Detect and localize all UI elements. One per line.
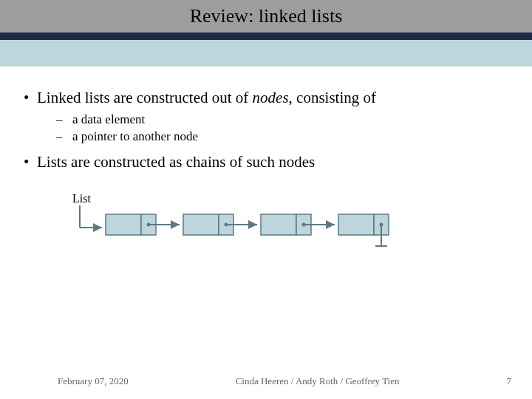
footer-authors: Cinda Heeren / Andy Roth / Geoffrey Tien xyxy=(129,375,507,387)
content-area: Linked lists are constructed out of node… xyxy=(0,66,532,260)
linked-list-diagram: List xyxy=(72,192,517,260)
bullet-level2: a pointer to another node xyxy=(72,129,517,146)
svg-rect-6 xyxy=(183,214,219,235)
svg-rect-2 xyxy=(106,214,141,235)
bullet-level2: a data element xyxy=(72,112,517,129)
bullet-level1: Lists are constructed as chains of such … xyxy=(37,153,517,171)
bullet-level1: Linked lists are constructed out of node… xyxy=(37,89,517,107)
node-2 xyxy=(183,214,257,235)
bullet-text: Linked lists are constructed out of xyxy=(37,89,253,106)
node-3 xyxy=(261,214,335,235)
linked-list-svg xyxy=(72,205,457,257)
slide-title: Review: linked lists xyxy=(190,5,343,27)
footer-date: February 07, 2020 xyxy=(58,375,129,387)
svg-rect-14 xyxy=(338,214,374,235)
bullet-italic: nodes xyxy=(253,89,289,106)
bullet-text: a pointer to another node xyxy=(72,129,198,143)
header-bar-gray: Review: linked lists xyxy=(0,0,532,33)
footer-page: 7 xyxy=(507,375,512,387)
node-1 xyxy=(106,214,180,235)
bullet-text: a data element xyxy=(72,112,145,126)
bullet-text-after: , consisting of xyxy=(289,89,376,106)
bullet-text: Lists are constructed as chains of such … xyxy=(37,153,315,171)
node-4 xyxy=(338,214,389,246)
header-bar-teal xyxy=(0,40,532,66)
diagram-label: List xyxy=(72,192,517,205)
svg-rect-10 xyxy=(261,214,296,235)
footer: February 07, 2020 Cinda Heeren / Andy Ro… xyxy=(0,375,532,387)
header-bar-navy xyxy=(0,33,532,40)
